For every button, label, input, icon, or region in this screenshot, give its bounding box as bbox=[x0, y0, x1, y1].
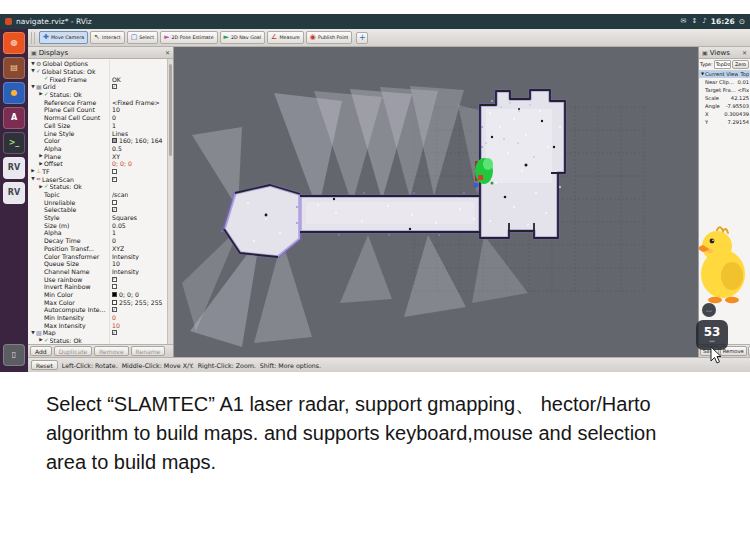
launcher-icon-ubuntu[interactable]: ◍ bbox=[3, 32, 25, 54]
tray-icon[interactable]: ✉ bbox=[681, 18, 687, 25]
displays-tree-row[interactable]: Max Intensity 10 bbox=[28, 321, 167, 329]
launcher-icon-terminal[interactable]: >_ bbox=[3, 132, 25, 154]
property-value[interactable]: 0; 0; 0 bbox=[109, 160, 167, 168]
tray-icon[interactable]: ↕ bbox=[691, 18, 697, 25]
property-value[interactable]: 0.05 bbox=[109, 221, 167, 229]
displays-tree-row[interactable]: Position Transf... XYZ bbox=[28, 245, 167, 253]
views-tree-row[interactable]: X 0.300439 bbox=[699, 110, 750, 118]
views-tree-row[interactable]: Scale 42.125 bbox=[699, 94, 750, 102]
3d-viewport[interactable] bbox=[174, 47, 698, 357]
view-property-value[interactable]: <Fixed Frame> bbox=[736, 87, 749, 93]
property-value[interactable] bbox=[109, 175, 167, 183]
enable-checkbox[interactable] bbox=[112, 207, 117, 212]
property-value[interactable]: 0; 0; 0 bbox=[109, 291, 167, 299]
property-value[interactable] bbox=[109, 329, 167, 337]
displays-tree-row[interactable]: Use rainbow bbox=[28, 275, 167, 283]
displays-tree-row[interactable]: Color Transformer Intensity bbox=[28, 252, 167, 260]
toolbar-tool-button[interactable]: ▢ Select bbox=[127, 31, 158, 44]
3d-view-canvas[interactable] bbox=[174, 47, 698, 357]
displays-action-button[interactable]: Rename bbox=[131, 346, 166, 356]
property-value[interactable]: OK bbox=[109, 75, 167, 83]
view-property-value[interactable]: 0.01 bbox=[735, 79, 749, 85]
displays-tree-row[interactable]: Line Style Lines bbox=[28, 129, 167, 137]
property-value[interactable] bbox=[109, 91, 167, 99]
property-value[interactable]: 255; 255; 255 bbox=[109, 298, 167, 306]
zero-button[interactable]: Zero bbox=[732, 60, 749, 69]
property-value[interactable] bbox=[109, 283, 167, 291]
close-icon[interactable]: ✕ bbox=[165, 50, 170, 56]
displays-tree-row[interactable]: Selectable bbox=[28, 206, 167, 214]
displays-tree-row[interactable]: ▶ ⊥ TF bbox=[28, 168, 167, 176]
displays-tree-row[interactable]: ▼ ✓ Global Status: Ok bbox=[28, 68, 167, 76]
property-value[interactable]: 0.5 bbox=[109, 145, 167, 153]
views-tree-row[interactable]: ▼ Current View TopDownOrtho bbox=[699, 70, 750, 78]
displays-tree-row[interactable]: Queue Size 10 bbox=[28, 260, 167, 268]
property-value[interactable] bbox=[109, 68, 167, 76]
property-value[interactable]: 0 bbox=[109, 237, 167, 245]
displays-tree-row[interactable]: ▶ ✓ Status: Ok bbox=[28, 91, 167, 99]
enable-checkbox[interactable] bbox=[112, 200, 117, 205]
displays-panel-header[interactable]: ▣ Displays ✕ bbox=[28, 47, 173, 59]
displays-tree-row[interactable]: Alpha 1 bbox=[28, 229, 167, 237]
toolbar-grip[interactable] bbox=[31, 32, 35, 44]
property-value[interactable] bbox=[109, 337, 167, 344]
displays-tree-row[interactable]: ▶ ✓ Status: Ok bbox=[28, 337, 167, 344]
enable-checkbox[interactable] bbox=[112, 177, 117, 182]
property-value[interactable]: <Fixed Frame> bbox=[109, 98, 167, 106]
property-value[interactable]: XYZ bbox=[109, 245, 167, 253]
close-icon[interactable]: ✕ bbox=[742, 50, 747, 56]
clock[interactable]: 16:26 bbox=[711, 17, 735, 26]
displays-tree-row[interactable]: ✓ Fixed Frame OK bbox=[28, 75, 167, 83]
views-tree-row[interactable]: Y 7.29154 bbox=[699, 118, 750, 126]
view-property-value[interactable]: -7.95503 bbox=[724, 103, 749, 109]
property-value[interactable]: XY bbox=[109, 152, 167, 160]
toolbar-tool-button[interactable]: ► 2D Nav Goal bbox=[220, 31, 265, 44]
displays-tree-row[interactable]: Min Intensity 0 bbox=[28, 314, 167, 322]
views-tree-row[interactable]: Near Clip... 0.01 bbox=[699, 78, 750, 86]
displays-tree-row[interactable]: Min Color 0; 0; 0 bbox=[28, 291, 167, 299]
displays-tree-row[interactable]: Invert Rainbow bbox=[28, 283, 167, 291]
view-property-value[interactable]: 7.29154 bbox=[726, 119, 749, 125]
property-value[interactable]: Squares bbox=[109, 214, 167, 222]
property-value[interactable] bbox=[109, 275, 167, 283]
power-icon[interactable]: ⊙ bbox=[739, 18, 745, 26]
enable-checkbox[interactable] bbox=[112, 284, 117, 289]
displays-tree-row[interactable]: ▶ ✓ Status: Ok bbox=[28, 183, 167, 191]
property-value[interactable] bbox=[109, 206, 167, 214]
property-value[interactable]: 0 bbox=[109, 114, 167, 122]
launcher-icon-rviz-1[interactable]: RV bbox=[3, 157, 25, 179]
toolbar-tool-button[interactable]: ∠ Measure bbox=[267, 31, 304, 44]
add-tool-button[interactable]: + bbox=[356, 32, 368, 44]
displays-tree-row[interactable]: Color 160; 160; 164 bbox=[28, 137, 167, 145]
property-value[interactable]: 10 bbox=[109, 106, 167, 114]
property-value[interactable] bbox=[109, 198, 167, 206]
displays-tree-row[interactable]: Topic /scan bbox=[28, 191, 167, 199]
displays-tree-row[interactable]: Autocompute Inte... bbox=[28, 306, 167, 314]
view-property-value[interactable]: TopDownOrtho bbox=[738, 71, 749, 77]
property-value[interactable]: Lines bbox=[109, 129, 167, 137]
launcher-icon-rviz-2[interactable]: RV bbox=[3, 182, 25, 204]
view-property-value[interactable]: 42.125 bbox=[729, 95, 749, 101]
displays-tree-row[interactable]: ▼ ⚙ Global Options bbox=[28, 60, 167, 68]
displays-tree-row[interactable]: Size (m) 0.05 bbox=[28, 221, 167, 229]
property-value[interactable]: 160; 160; 164 bbox=[109, 137, 167, 145]
displays-tree-row[interactable]: ▼ ▦ Grid bbox=[28, 83, 167, 91]
property-value[interactable]: 10 bbox=[109, 321, 167, 329]
displays-tree-row[interactable]: Plane Cell Count 10 bbox=[28, 106, 167, 114]
enable-checkbox[interactable] bbox=[112, 169, 117, 174]
displays-tree-row[interactable]: Normal Cell Count 0 bbox=[28, 114, 167, 122]
displays-tree-row[interactable]: ▶ Offset 0; 0; 0 bbox=[28, 160, 167, 168]
displays-tree-row[interactable]: Reference Frame <Fixed Frame> bbox=[28, 98, 167, 106]
enable-checkbox[interactable] bbox=[112, 277, 117, 282]
displays-tree-row[interactable]: Style Squares bbox=[28, 214, 167, 222]
toolbar-tool-button[interactable]: ► 2D Pose Estimate bbox=[160, 31, 217, 44]
property-value[interactable]: Intensity bbox=[109, 268, 167, 276]
property-value[interactable]: Intensity bbox=[109, 252, 167, 260]
view-type-select[interactable]: TopDownOrtho bbox=[714, 60, 731, 69]
displays-tree-row[interactable]: Decay Time 0 bbox=[28, 237, 167, 245]
property-value[interactable] bbox=[109, 60, 167, 68]
scrollbar-thumb[interactable] bbox=[169, 64, 172, 156]
property-value[interactable] bbox=[109, 83, 167, 91]
property-value[interactable]: 1 bbox=[109, 122, 167, 130]
launcher-icon-software[interactable]: A bbox=[3, 107, 25, 129]
